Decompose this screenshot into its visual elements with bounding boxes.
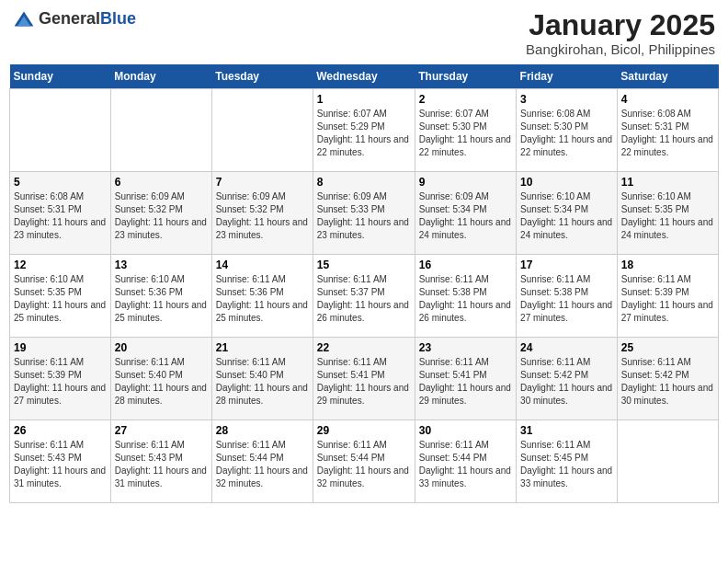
day-detail: Sunrise: 6:10 AMSunset: 5:35 PMDaylight:… (621, 190, 714, 242)
day-number: 31 (520, 424, 613, 437)
day-number: 26 (14, 424, 107, 437)
calendar-cell: 7Sunrise: 6:09 AMSunset: 5:32 PMDaylight… (211, 172, 313, 255)
day-detail: Sunrise: 6:08 AMSunset: 5:31 PMDaylight:… (621, 108, 714, 159)
day-number: 6 (115, 176, 208, 189)
day-number: 28 (216, 424, 309, 437)
weekday-header-sunday: Sunday (10, 64, 111, 89)
calendar-cell: 9Sunrise: 6:09 AMSunset: 5:34 PMDaylight… (415, 172, 516, 255)
day-detail: Sunrise: 6:11 AMSunset: 5:36 PMDaylight:… (216, 273, 309, 325)
calendar-cell (10, 89, 111, 172)
day-number: 11 (621, 176, 714, 189)
day-number: 29 (317, 424, 411, 437)
calendar-week-row: 5Sunrise: 6:08 AMSunset: 5:31 PMDaylight… (10, 172, 719, 255)
day-detail: Sunrise: 6:11 AMSunset: 5:39 PMDaylight:… (14, 356, 107, 408)
calendar-week-row: 26Sunrise: 6:11 AMSunset: 5:43 PMDayligh… (10, 420, 719, 503)
calendar-cell: 13Sunrise: 6:10 AMSunset: 5:36 PMDayligh… (110, 255, 211, 338)
calendar-header: SundayMondayTuesdayWednesdayThursdayFrid… (10, 64, 719, 89)
day-detail: Sunrise: 6:11 AMSunset: 5:45 PMDaylight:… (520, 439, 613, 490)
calendar-cell (211, 89, 313, 172)
day-number: 8 (317, 176, 411, 189)
day-number: 24 (520, 341, 613, 354)
calendar-cell: 19Sunrise: 6:11 AMSunset: 5:39 PMDayligh… (10, 338, 111, 420)
calendar-cell: 29Sunrise: 6:11 AMSunset: 5:44 PMDayligh… (313, 420, 415, 503)
logo: GeneralBlue (13, 9, 136, 29)
day-number: 13 (115, 259, 208, 271)
day-number: 22 (317, 341, 411, 354)
calendar-cell: 20Sunrise: 6:11 AMSunset: 5:40 PMDayligh… (110, 338, 211, 420)
day-detail: Sunrise: 6:07 AMSunset: 5:30 PMDaylight:… (419, 108, 512, 159)
calendar-cell: 6Sunrise: 6:09 AMSunset: 5:32 PMDaylight… (110, 172, 211, 255)
day-number: 4 (621, 93, 714, 106)
calendar-week-row: 12Sunrise: 6:10 AMSunset: 5:35 PMDayligh… (10, 255, 719, 338)
calendar-cell: 3Sunrise: 6:08 AMSunset: 5:30 PMDaylight… (517, 89, 618, 172)
day-detail: Sunrise: 6:11 AMSunset: 5:40 PMDaylight:… (115, 356, 208, 408)
day-detail: Sunrise: 6:11 AMSunset: 5:39 PMDaylight:… (621, 273, 714, 325)
calendar-week-row: 19Sunrise: 6:11 AMSunset: 5:39 PMDayligh… (10, 338, 719, 420)
calendar-cell: 14Sunrise: 6:11 AMSunset: 5:36 PMDayligh… (211, 255, 313, 338)
calendar-cell: 25Sunrise: 6:11 AMSunset: 5:42 PMDayligh… (617, 338, 718, 420)
day-detail: Sunrise: 6:09 AMSunset: 5:32 PMDaylight:… (115, 190, 208, 242)
day-number: 7 (216, 176, 309, 189)
day-detail: Sunrise: 6:11 AMSunset: 5:43 PMDaylight:… (14, 439, 107, 490)
logo-text-blue: Blue (100, 9, 136, 28)
calendar-cell: 21Sunrise: 6:11 AMSunset: 5:40 PMDayligh… (211, 338, 313, 420)
logo-text-general: General (39, 9, 100, 28)
calendar-cell: 1Sunrise: 6:07 AMSunset: 5:29 PMDaylight… (313, 89, 415, 172)
day-number: 10 (520, 176, 613, 189)
calendar-cell: 16Sunrise: 6:11 AMSunset: 5:38 PMDayligh… (415, 255, 516, 338)
day-number: 3 (520, 93, 613, 106)
calendar-cell: 24Sunrise: 6:11 AMSunset: 5:42 PMDayligh… (517, 338, 618, 420)
calendar-cell: 26Sunrise: 6:11 AMSunset: 5:43 PMDayligh… (10, 420, 111, 503)
calendar-cell: 31Sunrise: 6:11 AMSunset: 5:45 PMDayligh… (517, 420, 618, 503)
day-detail: Sunrise: 6:10 AMSunset: 5:36 PMDaylight:… (115, 273, 208, 325)
weekday-header-row: SundayMondayTuesdayWednesdayThursdayFrid… (10, 64, 719, 89)
weekday-header-wednesday: Wednesday (313, 64, 415, 89)
day-number: 20 (115, 341, 208, 354)
day-detail: Sunrise: 6:11 AMSunset: 5:42 PMDaylight:… (621, 356, 714, 408)
day-detail: Sunrise: 6:11 AMSunset: 5:43 PMDaylight:… (115, 439, 208, 490)
day-number: 14 (216, 259, 309, 271)
day-detail: Sunrise: 6:08 AMSunset: 5:30 PMDaylight:… (520, 108, 613, 159)
day-number: 19 (14, 341, 107, 354)
calendar-cell: 23Sunrise: 6:11 AMSunset: 5:41 PMDayligh… (415, 338, 516, 420)
calendar-cell (617, 420, 718, 503)
day-number: 30 (419, 424, 512, 437)
day-number: 5 (14, 176, 107, 189)
day-detail: Sunrise: 6:07 AMSunset: 5:29 PMDaylight:… (317, 108, 411, 159)
day-detail: Sunrise: 6:11 AMSunset: 5:41 PMDaylight:… (317, 356, 411, 408)
day-detail: Sunrise: 6:09 AMSunset: 5:33 PMDaylight:… (317, 190, 411, 242)
calendar-cell: 18Sunrise: 6:11 AMSunset: 5:39 PMDayligh… (617, 255, 718, 338)
day-detail: Sunrise: 6:11 AMSunset: 5:38 PMDaylight:… (520, 273, 613, 325)
day-number: 18 (621, 259, 714, 271)
day-number: 21 (216, 341, 309, 354)
weekday-header-monday: Monday (110, 64, 211, 89)
day-number: 25 (621, 341, 714, 354)
day-detail: Sunrise: 6:11 AMSunset: 5:40 PMDaylight:… (216, 356, 309, 408)
calendar-cell: 30Sunrise: 6:11 AMSunset: 5:44 PMDayligh… (415, 420, 516, 503)
calendar-cell: 2Sunrise: 6:07 AMSunset: 5:30 PMDaylight… (415, 89, 516, 172)
calendar-cell: 28Sunrise: 6:11 AMSunset: 5:44 PMDayligh… (211, 420, 313, 503)
day-number: 27 (115, 424, 208, 437)
calendar-cell: 22Sunrise: 6:11 AMSunset: 5:41 PMDayligh… (313, 338, 415, 420)
weekday-header-tuesday: Tuesday (211, 64, 313, 89)
day-number: 2 (419, 93, 512, 106)
day-detail: Sunrise: 6:09 AMSunset: 5:34 PMDaylight:… (419, 190, 512, 242)
day-number: 23 (419, 341, 512, 354)
calendar-cell: 15Sunrise: 6:11 AMSunset: 5:37 PMDayligh… (313, 255, 415, 338)
calendar-cell: 5Sunrise: 6:08 AMSunset: 5:31 PMDaylight… (10, 172, 111, 255)
weekday-header-friday: Friday (517, 64, 618, 89)
day-detail: Sunrise: 6:10 AMSunset: 5:35 PMDaylight:… (14, 273, 107, 325)
day-detail: Sunrise: 6:11 AMSunset: 5:44 PMDaylight:… (216, 439, 309, 490)
day-detail: Sunrise: 6:11 AMSunset: 5:44 PMDaylight:… (419, 439, 512, 490)
page-header: GeneralBlue January 2025 Bangkirohan, Bi… (9, 9, 719, 57)
day-detail: Sunrise: 6:11 AMSunset: 5:37 PMDaylight:… (317, 273, 411, 325)
calendar-cell: 17Sunrise: 6:11 AMSunset: 5:38 PMDayligh… (517, 255, 618, 338)
subtitle: Bangkirohan, Bicol, Philippines (526, 41, 715, 57)
calendar-cell (110, 89, 211, 172)
logo-icon (13, 10, 35, 29)
calendar-cell: 10Sunrise: 6:10 AMSunset: 5:34 PMDayligh… (517, 172, 618, 255)
calendar-week-row: 1Sunrise: 6:07 AMSunset: 5:29 PMDaylight… (10, 89, 719, 172)
day-detail: Sunrise: 6:11 AMSunset: 5:41 PMDaylight:… (419, 356, 512, 408)
calendar-body: 1Sunrise: 6:07 AMSunset: 5:29 PMDaylight… (10, 89, 719, 503)
day-number: 1 (317, 93, 411, 106)
